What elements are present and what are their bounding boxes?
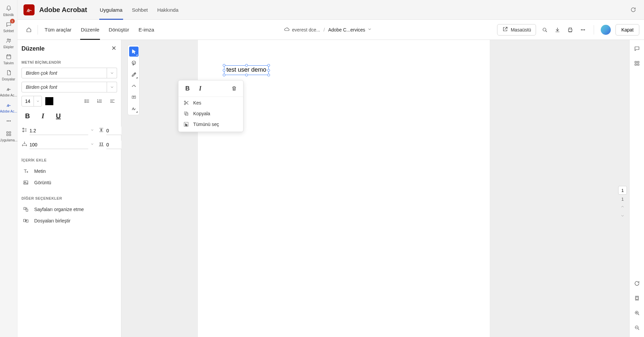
search-button[interactable]: [541, 26, 549, 34]
font-size-input[interactable]: [21, 96, 42, 107]
header-tab-chat[interactable]: Sohbet: [127, 0, 153, 20]
svg-point-0: [7, 39, 9, 41]
organize-pages-button[interactable]: Sayfaları organize etme: [21, 204, 117, 215]
rail-files[interactable]: Dosyalar: [0, 66, 17, 82]
select-tool[interactable]: [129, 47, 139, 57]
add-text-icon: [22, 168, 30, 174]
rail-more[interactable]: [0, 115, 17, 126]
tb-convert[interactable]: Dönüştür: [104, 20, 134, 40]
acrobat-logo: [23, 4, 35, 15]
tb-all-tools[interactable]: Tüm araçlar: [40, 20, 76, 40]
more-button[interactable]: [579, 26, 587, 34]
rotate-button[interactable]: [633, 279, 641, 287]
selected-text-box[interactable]: test user demo: [224, 65, 269, 75]
chevron-down-icon[interactable]: [107, 68, 117, 78]
svg-point-16: [85, 102, 86, 103]
resize-handle[interactable]: [245, 74, 248, 76]
chevron-down-icon[interactable]: [107, 82, 117, 92]
font-size-field[interactable]: [22, 96, 34, 106]
svg-rect-33: [637, 64, 639, 66]
home-button[interactable]: [22, 23, 36, 37]
svg-point-14: [85, 100, 86, 100]
h-scale-input[interactable]: [21, 139, 94, 150]
header-tab-about[interactable]: Hakkında: [153, 0, 183, 20]
bold-button[interactable]: B: [21, 110, 34, 122]
ctx-bold-button[interactable]: B: [182, 84, 193, 93]
rail-label: Etkinlik: [3, 13, 14, 17]
resize-handle[interactable]: [267, 69, 270, 72]
add-image-button[interactable]: Görüntü: [21, 177, 117, 188]
ctx-italic-button[interactable]: I: [195, 84, 206, 93]
zoom-out-button[interactable]: [633, 324, 641, 332]
breadcrumb-parent[interactable]: everest dce...: [284, 26, 320, 33]
italic-button[interactable]: I: [37, 110, 49, 122]
sign-tool[interactable]: [129, 104, 139, 114]
chevron-down-icon[interactable]: [34, 96, 42, 106]
comment-tool[interactable]: [129, 58, 139, 68]
resize-handle[interactable]: [223, 69, 225, 72]
rail-teams[interactable]: Ekipler: [0, 34, 17, 50]
ctx-select-all[interactable]: Tümünü seç: [178, 119, 243, 130]
close-button[interactable]: Kapat: [615, 24, 639, 36]
tb-esign[interactable]: E-imza: [134, 20, 159, 40]
underline-button[interactable]: U: [52, 110, 64, 122]
align-button[interactable]: [108, 96, 117, 106]
comments-panel-button[interactable]: [633, 45, 641, 53]
resize-handle[interactable]: [245, 64, 248, 67]
draw-tool[interactable]: [129, 81, 139, 91]
acrobat-icon: [6, 101, 12, 109]
thumbnails-panel-button[interactable]: [633, 59, 641, 67]
h-scale-icon: [21, 141, 28, 148]
rail-acrobat-2[interactable]: Adobe Ac...: [0, 98, 17, 115]
print-button[interactable]: [566, 26, 574, 34]
document-page[interactable]: test user demo B I: [198, 40, 490, 337]
fit-page-button[interactable]: [633, 294, 641, 302]
chevron-down-icon[interactable]: [90, 127, 94, 134]
header-tab-app[interactable]: Uygulama: [95, 0, 127, 20]
font-style-dropdown[interactable]: Birden çok font: [21, 82, 117, 92]
font-color-swatch[interactable]: [45, 97, 53, 105]
font-family-dropdown[interactable]: Birden çok font: [21, 68, 117, 78]
numbered-list-button[interactable]: [95, 96, 104, 106]
rail-activity[interactable]: Etkinlik: [0, 2, 17, 18]
resize-handle[interactable]: [267, 64, 270, 67]
ctx-delete-button[interactable]: [228, 84, 240, 93]
char-space-icon: [98, 141, 104, 148]
rail-label: Dosyalar: [2, 77, 15, 81]
combine-files-button[interactable]: Dosyaları birleştir: [21, 215, 117, 226]
text-content[interactable]: test user demo: [226, 66, 266, 73]
svg-point-4: [8, 121, 9, 121]
highlight-tool[interactable]: [129, 69, 139, 79]
textbox-tool[interactable]: [129, 92, 139, 102]
svg-point-11: [581, 29, 582, 30]
total-pages: 1: [621, 197, 624, 202]
edit-side-panel: Düzenle ✕ METNİ BİÇİMLENDİR Birden çok f…: [17, 40, 121, 337]
rail-chat[interactable]: 1 Sohbet: [0, 18, 17, 34]
line-height-input[interactable]: [21, 125, 94, 136]
resize-handle[interactable]: [223, 64, 225, 67]
open-desktop-button[interactable]: Masaüstü: [497, 24, 536, 36]
current-page-input[interactable]: 1: [618, 186, 627, 195]
breadcrumb-current[interactable]: Adobe C...ervices: [328, 27, 372, 32]
rail-apps[interactable]: Uygulama...: [0, 127, 17, 143]
download-button[interactable]: [553, 26, 561, 34]
rail-calendar[interactable]: Takvim: [0, 50, 17, 66]
svg-point-12: [583, 29, 583, 30]
svg-point-13: [584, 29, 585, 30]
bullet-list-button[interactable]: [82, 96, 92, 106]
page-down-button[interactable]: [620, 213, 625, 220]
document-canvas-area: test user demo B I: [121, 40, 629, 337]
panel-close-button[interactable]: ✕: [111, 45, 116, 52]
page-up-button[interactable]: [620, 204, 625, 211]
tb-edit[interactable]: Düzenle: [76, 20, 104, 40]
ctx-cut[interactable]: Kes: [178, 97, 243, 108]
rail-acrobat-1[interactable]: Adobe Ac...: [0, 82, 17, 98]
zoom-in-button[interactable]: [633, 309, 641, 317]
chevron-down-icon[interactable]: [90, 141, 94, 148]
add-text-button[interactable]: Metin: [21, 165, 117, 177]
ctx-copy[interactable]: Kopyala: [178, 108, 243, 119]
user-avatar[interactable]: [601, 25, 611, 35]
resize-handle[interactable]: [223, 74, 225, 76]
refresh-button[interactable]: [629, 5, 638, 14]
resize-handle[interactable]: [267, 74, 270, 76]
